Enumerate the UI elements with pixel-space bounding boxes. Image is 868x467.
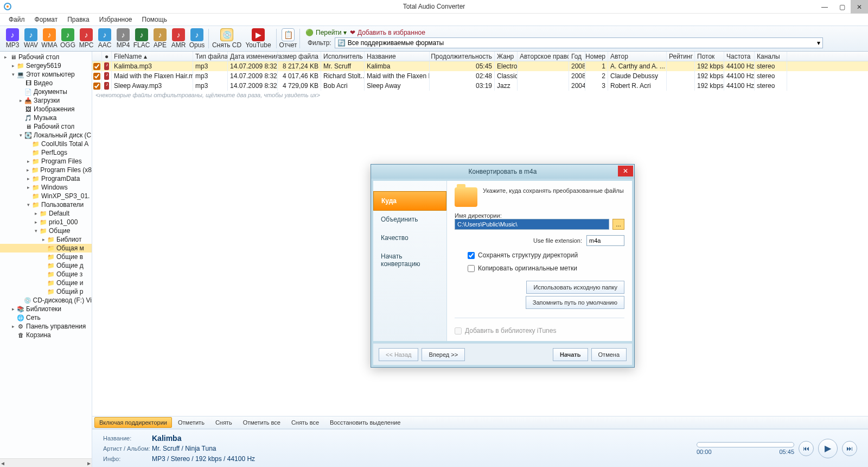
file-row[interactable]: Maid with the Flaxen Hair.mp3mp314.07.20… bbox=[92, 71, 868, 81]
col-date[interactable]: Дата изменения bbox=[228, 52, 278, 61]
next-button[interactable]: ⏭ bbox=[842, 441, 857, 456]
tree-node[interactable]: 📁Общая м bbox=[0, 244, 92, 253]
menu-Избранное[interactable]: Избранное bbox=[95, 15, 137, 24]
filter-combo[interactable]: 🔄Все поддерживаемые форматы ▾ bbox=[335, 37, 823, 48]
tree-node[interactable]: 📁Общий р bbox=[0, 287, 92, 296]
tree-node[interactable]: 💿CD-дисковод (F:) Vi bbox=[0, 296, 92, 305]
minimize-button[interactable]: — bbox=[816, 0, 833, 14]
tree-node[interactable]: ▸📁Sergey5619 bbox=[0, 61, 92, 70]
wizard-step[interactable]: Объединить bbox=[373, 210, 446, 229]
report-button[interactable]: 📋 Отчет bbox=[279, 28, 297, 49]
row-checkbox[interactable] bbox=[93, 83, 100, 90]
expand-arrow-icon[interactable]: ▸ bbox=[25, 167, 31, 173]
tree-node[interactable]: ▸📁ProgramData bbox=[0, 174, 92, 183]
tree-node[interactable]: ▸📁prio1_000 bbox=[0, 218, 92, 226]
expand-arrow-icon[interactable]: ▸ bbox=[17, 98, 24, 103]
cancel-button[interactable]: Отмена bbox=[591, 348, 627, 361]
format-ape-button[interactable]: ♪APE bbox=[151, 28, 169, 49]
expand-arrow-icon[interactable]: ▾ bbox=[33, 228, 39, 234]
col-size[interactable]: Размер файла bbox=[278, 52, 321, 61]
add-favorite-button[interactable]: ❤Добавить в избранное bbox=[350, 29, 425, 36]
selection-tab[interactable]: Снять все bbox=[286, 417, 324, 428]
youtube-button[interactable]: ▶ YouTube bbox=[243, 28, 273, 49]
tree-node[interactable]: 🗑Корзина bbox=[0, 331, 92, 339]
selection-tab[interactable]: Отметить bbox=[173, 417, 209, 428]
tree-node[interactable]: 📄Документы bbox=[0, 87, 92, 96]
file-row[interactable]: Sleep Away.mp3mp314.07.2009 8:32:324 729… bbox=[92, 81, 868, 91]
tree-node[interactable]: ▸📁Windows bbox=[0, 183, 92, 192]
expand-arrow-icon[interactable]: ▸ bbox=[10, 306, 16, 312]
format-mpc-button[interactable]: ♪MPC bbox=[78, 28, 95, 49]
copy-tags-checkbox[interactable] bbox=[468, 265, 475, 272]
menu-Формат[interactable]: Формат bbox=[30, 15, 62, 24]
col-stream[interactable]: Поток bbox=[695, 52, 724, 61]
tree-node[interactable]: 🎞Видео bbox=[0, 79, 92, 87]
selection-tab[interactable]: Включая поддиректории bbox=[94, 417, 172, 428]
expand-arrow-icon[interactable]: ▸ bbox=[10, 63, 16, 68]
tree-node[interactable]: ▸📁Program Files (x8 bbox=[0, 166, 92, 174]
expand-arrow-icon[interactable]: ▸ bbox=[25, 185, 31, 190]
tree-node[interactable]: 📁PerfLogs bbox=[0, 148, 92, 157]
tree-node[interactable]: ▸📥Загрузки bbox=[0, 96, 92, 105]
expand-arrow-icon[interactable]: ▾ bbox=[25, 202, 31, 207]
progress-bar[interactable] bbox=[697, 442, 794, 447]
row-checkbox[interactable] bbox=[93, 63, 100, 70]
tree-node[interactable]: 🎵Музыка bbox=[0, 113, 92, 122]
col-copyright[interactable]: Авторское право bbox=[518, 52, 569, 61]
col-checkbox[interactable] bbox=[92, 52, 102, 61]
format-flac-button[interactable]: ♪FLAC bbox=[133, 28, 150, 49]
menu-Файл[interactable]: Файл bbox=[4, 15, 29, 24]
format-wma-button[interactable]: ♪WMA bbox=[41, 28, 58, 49]
col-rating[interactable]: Рейтинг bbox=[667, 52, 695, 61]
col-title[interactable]: Название bbox=[365, 52, 430, 61]
expand-arrow-icon[interactable]: ▸ bbox=[33, 211, 39, 216]
format-mp4-button[interactable]: ♪MP4 bbox=[114, 28, 132, 49]
expand-arrow-icon[interactable]: ▸ bbox=[2, 54, 9, 60]
tree-node[interactable]: 📁Общие д bbox=[0, 261, 92, 270]
forward-button[interactable]: Вперед >> bbox=[422, 348, 465, 361]
grid-filter-note[interactable]: <некоторые файлы отфильтрованы, щёлкните… bbox=[92, 91, 868, 99]
wizard-step[interactable]: Качество bbox=[373, 229, 446, 247]
format-ogg-button[interactable]: ♪OGG bbox=[59, 28, 76, 49]
dialog-close-button[interactable]: ✕ bbox=[618, 166, 633, 176]
wizard-step[interactable]: Куда bbox=[373, 191, 446, 211]
wizard-step[interactable]: Начать конвертацию bbox=[373, 247, 446, 273]
expand-arrow-icon[interactable]: ▾ bbox=[17, 132, 24, 138]
format-mp3-button[interactable]: ♪MP3 bbox=[4, 28, 21, 49]
tree-node[interactable]: 🖥Рабочий стол bbox=[0, 122, 92, 131]
expand-arrow-icon[interactable]: ▾ bbox=[10, 72, 16, 77]
format-wav-button[interactable]: ♪WAV bbox=[22, 28, 40, 49]
format-amr-button[interactable]: ♪AMR bbox=[170, 28, 187, 49]
tree-node[interactable]: ▸📁Библиот bbox=[0, 235, 92, 244]
tree-node[interactable]: ▸🖥Рабочий стол bbox=[0, 53, 92, 61]
col-type[interactable]: Тип файла bbox=[193, 52, 228, 61]
tree-node[interactable]: 🌐Сеть bbox=[0, 313, 92, 322]
tree-node[interactable]: 📁WinXP_SP3_01. bbox=[0, 192, 92, 200]
directory-input[interactable] bbox=[455, 219, 609, 230]
tree-node[interactable]: ▾💻Этот компьютер bbox=[0, 70, 92, 79]
file-row[interactable]: Kalimba.mp3mp314.07.2009 8:32:328 217,24… bbox=[92, 61, 868, 71]
dialog-titlebar[interactable]: Конвертировать в m4a ✕ bbox=[371, 165, 634, 179]
col-channels[interactable]: Каналы bbox=[755, 52, 787, 61]
format-aac-button[interactable]: ♪AAC bbox=[96, 28, 113, 49]
expand-arrow-icon[interactable]: ▸ bbox=[10, 324, 16, 329]
col-freq[interactable]: Частота bbox=[724, 52, 755, 61]
remove-cd-button[interactable]: 💿 Снять CD bbox=[212, 28, 242, 49]
col-icon[interactable]: ● bbox=[102, 52, 112, 61]
tree-node[interactable]: ▸📁Default bbox=[0, 209, 92, 218]
tree-node[interactable]: 📁Общие з bbox=[0, 270, 92, 279]
selection-tab[interactable]: Отметить все bbox=[238, 417, 285, 428]
menu-Помощь[interactable]: Помощь bbox=[138, 15, 171, 24]
tree-node[interactable]: 🖼Изображения bbox=[0, 105, 92, 113]
expand-arrow-icon[interactable]: ▸ bbox=[33, 219, 39, 225]
col-number[interactable]: Номер bbox=[585, 52, 608, 61]
row-checkbox[interactable] bbox=[93, 73, 100, 80]
expand-arrow-icon[interactable]: ▸ bbox=[25, 176, 31, 181]
col-genre[interactable]: Жанр bbox=[495, 52, 518, 61]
selection-tab[interactable]: Снять bbox=[210, 417, 237, 428]
tree-node[interactable]: ▾📁Общие bbox=[0, 226, 92, 235]
col-author[interactable]: Автор bbox=[608, 52, 667, 61]
play-button[interactable]: ▶ bbox=[818, 439, 838, 458]
selection-tab[interactable]: Восстановить выделение bbox=[325, 417, 405, 428]
format-opus-button[interactable]: ♪Opus bbox=[188, 28, 206, 49]
